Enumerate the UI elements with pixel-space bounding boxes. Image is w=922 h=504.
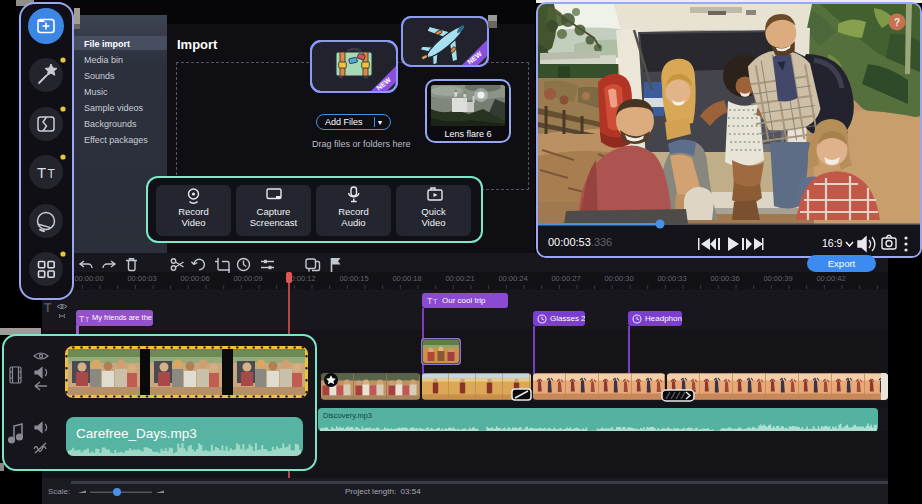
svg-text:T: T <box>48 167 56 181</box>
svg-text:00:00:24: 00:00:24 <box>498 274 527 283</box>
svg-text:00:00:09: 00:00:09 <box>233 274 262 283</box>
svg-text:00:00:36: 00:00:36 <box>710 274 739 283</box>
svg-text:00:00:18: 00:00:18 <box>392 274 421 283</box>
svg-text:00:00:15: 00:00:15 <box>339 274 368 283</box>
svg-text:00:00:39: 00:00:39 <box>763 274 792 283</box>
svg-text:16:9: 16:9 <box>822 237 843 249</box>
svg-text:00:00:33: 00:00:33 <box>657 274 686 283</box>
svg-text:00:00:03: 00:00:03 <box>127 274 156 283</box>
svg-text:00:00:06: 00:00:06 <box>180 274 209 283</box>
svg-text:T: T <box>37 164 46 181</box>
svg-text:T: T <box>85 316 90 323</box>
svg-text:00:00:00: 00:00:00 <box>74 274 103 283</box>
svg-text:T: T <box>433 298 438 305</box>
svg-text:00:00:27: 00:00:27 <box>551 274 580 283</box>
svg-text:Lens flare 6: Lens flare 6 <box>444 129 491 139</box>
svg-text:?: ? <box>894 17 900 28</box>
svg-text:00:00:53.336: 00:00:53.336 <box>548 236 612 248</box>
svg-text:00:00:21: 00:00:21 <box>445 274 474 283</box>
svg-text:00:00:30: 00:00:30 <box>604 274 633 283</box>
svg-text:00:00:42: 00:00:42 <box>816 274 845 283</box>
